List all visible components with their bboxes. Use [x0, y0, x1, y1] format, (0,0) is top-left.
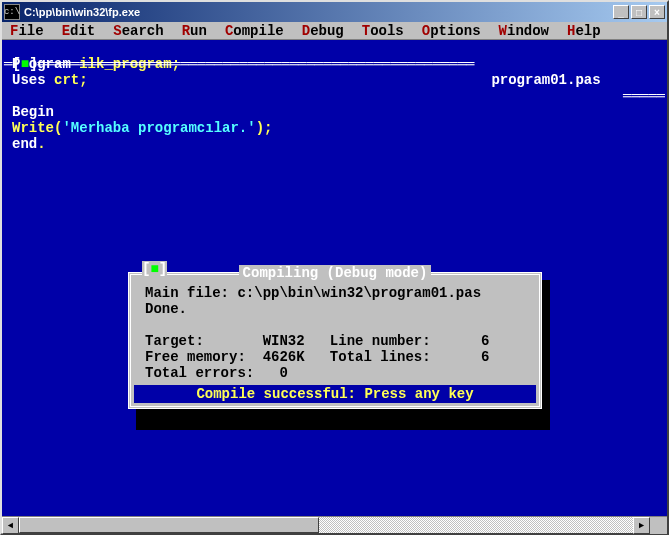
editor-area[interactable]: ═[■]════════════════════════════════════… [2, 40, 667, 516]
menu-search[interactable]: Search [113, 23, 163, 39]
scroll-right-button[interactable]: ► [633, 517, 650, 534]
editor-filename: program01.pas [483, 72, 609, 88]
maximize-button[interactable]: □ [631, 5, 647, 19]
window-title: C:\pp\bin\win32\fp.exe [24, 6, 613, 18]
app-window: c:\ C:\pp\bin\win32\fp.exe _ □ × File Ed… [0, 0, 669, 535]
menu-debug[interactable]: Debug [302, 23, 344, 39]
minimize-button[interactable]: _ [613, 5, 629, 19]
scroll-thumb[interactable] [19, 517, 319, 533]
editor-close-icon[interactable]: ■ [21, 56, 29, 72]
horizontal-scrollbar[interactable]: ◄ ► [2, 516, 667, 533]
menu-window[interactable]: Window [499, 23, 549, 39]
dialog-body: Main file: c:\pp\bin\win32\program01.pas… [131, 275, 539, 385]
app-icon: c:\ [4, 4, 20, 20]
menu-compile[interactable]: Compile [225, 23, 284, 39]
menu-tools[interactable]: Tools [362, 23, 404, 39]
menu-file[interactable]: File [10, 23, 44, 39]
titlebar[interactable]: c:\ C:\pp\bin\win32\fp.exe _ □ × [2, 2, 667, 22]
dialog-footer: Compile successful: Press any key [134, 385, 536, 403]
menu-help[interactable]: Help [567, 23, 601, 39]
menu-run[interactable]: Run [182, 23, 207, 39]
scroll-track[interactable] [19, 517, 633, 533]
window-controls: _ □ × [613, 5, 665, 19]
scroll-left-button[interactable]: ◄ [2, 517, 19, 534]
menu-edit[interactable]: Edit [62, 23, 96, 39]
editor-frame-top: ═[■]════════════════════════════════════… [4, 40, 665, 56]
compile-dialog[interactable]: [■] Compiling (Debug mode) Main file: c:… [128, 272, 542, 409]
dialog-close-icon[interactable]: [■] [142, 261, 167, 277]
menubar: File Edit Search Run Compile Debug Tools… [2, 22, 667, 40]
scrollbar-corner [650, 517, 667, 534]
close-button[interactable]: × [649, 5, 665, 19]
menu-options[interactable]: Options [422, 23, 481, 39]
